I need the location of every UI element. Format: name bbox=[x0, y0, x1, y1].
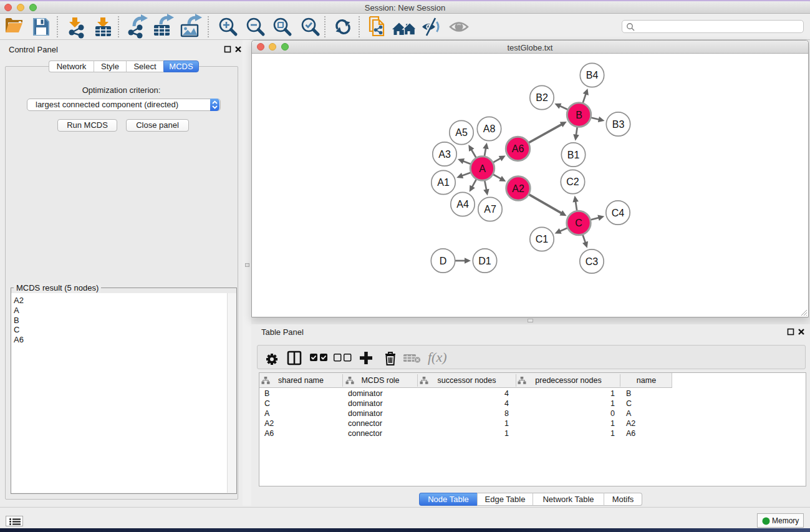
svg-text:C2: C2 bbox=[566, 177, 579, 187]
svg-text:A3: A3 bbox=[438, 148, 451, 159]
svg-text:D1: D1 bbox=[478, 255, 491, 266]
svg-text:B2: B2 bbox=[536, 92, 548, 103]
svg-text:C1: C1 bbox=[536, 234, 549, 244]
svg-text:A7: A7 bbox=[484, 204, 496, 215]
svg-text:A: A bbox=[479, 163, 486, 173]
svg-text:C4: C4 bbox=[612, 207, 625, 218]
svg-text:A8: A8 bbox=[483, 123, 496, 134]
svg-text:A1: A1 bbox=[437, 177, 450, 188]
svg-text:B: B bbox=[576, 109, 582, 120]
svg-text:B3: B3 bbox=[612, 118, 625, 129]
svg-text:C3: C3 bbox=[586, 256, 599, 266]
svg-text:A2: A2 bbox=[512, 183, 524, 193]
svg-text:B4: B4 bbox=[586, 70, 599, 80]
svg-text:A6: A6 bbox=[512, 143, 524, 154]
svg-text:C: C bbox=[575, 218, 582, 228]
svg-text:A5: A5 bbox=[455, 127, 468, 138]
svg-text:D: D bbox=[440, 255, 447, 266]
svg-text:B1: B1 bbox=[567, 149, 580, 160]
svg-text:A4: A4 bbox=[456, 199, 469, 210]
